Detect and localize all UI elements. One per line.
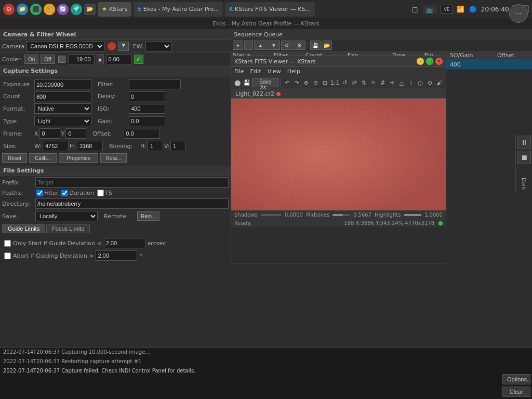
frame-x-input[interactable]	[39, 128, 60, 139]
flip-v-icon[interactable]: ⇅	[360, 77, 368, 88]
offset-input[interactable]	[124, 129, 160, 139]
rotate-btn[interactable]: Rota...	[100, 153, 127, 163]
delay-input[interactable]	[129, 91, 165, 101]
duration-check[interactable]: Duration	[61, 190, 94, 196]
taskbar-icon-refresh[interactable]: 🔄	[57, 4, 69, 15]
seq-load-btn[interactable]: 📂	[322, 41, 332, 50]
seq-save-btn[interactable]: 💾	[310, 41, 321, 50]
seq-down-btn[interactable]: ▼	[268, 41, 280, 50]
info-icon[interactable]: i	[407, 77, 415, 88]
taskbar-icon-globe[interactable]: 🌍	[71, 4, 82, 15]
fit-icon[interactable]: ⊡	[321, 77, 329, 88]
taskbar-app-ekos[interactable]: E Ekos - My Astro Gear Pro...	[134, 2, 223, 17]
three-dot-menu[interactable]: ···	[509, 4, 528, 23]
menu-edit[interactable]: Edit	[250, 68, 261, 75]
taskbar-icon-files[interactable]: 📁	[17, 4, 28, 15]
filter-check[interactable]: Filter	[36, 190, 58, 196]
cooler-offset-input[interactable]	[106, 54, 132, 64]
bin-h-input[interactable]	[148, 141, 163, 151]
prefix-input[interactable]	[35, 177, 229, 188]
seq-settings-btn[interactable]: ⚙	[294, 41, 305, 50]
only-start-value[interactable]: 2.00	[104, 238, 145, 248]
remote-btn[interactable]: Rem...	[137, 211, 159, 221]
triangle-icon[interactable]: △	[397, 77, 406, 88]
cooler-on-btn[interactable]: On	[24, 55, 38, 64]
circle-icon[interactable]: ○	[416, 77, 424, 88]
flip-h-icon[interactable]: ⇄	[350, 77, 358, 88]
fits-cursor-icon[interactable]: ⬤	[233, 77, 242, 88]
reset-btn[interactable]: Reset	[2, 153, 27, 163]
camera-options-btn[interactable]: ▼	[118, 42, 129, 51]
monitor-icon[interactable]: 📺	[423, 5, 437, 14]
target-icon[interactable]: ⊙	[426, 77, 434, 88]
abort-checkbox[interactable]	[4, 252, 11, 259]
ve-icon[interactable]: VE	[441, 5, 453, 14]
stop-btn[interactable]: ⏹	[517, 151, 531, 164]
taskbar-icon-settings[interactable]: ⚙	[3, 4, 15, 15]
iso-input[interactable]	[129, 104, 165, 114]
undo-icon[interactable]: ↶	[283, 77, 291, 88]
menu-help[interactable]: Help	[287, 68, 300, 75]
taskbar-icon-tools[interactable]: 🔧	[44, 4, 55, 15]
bin-v-input[interactable]	[170, 141, 186, 151]
fits-save-icon[interactable]: 💾	[243, 77, 251, 88]
menu-file[interactable]: File	[234, 68, 244, 75]
tab-focus-limits[interactable]: Focus Limits	[46, 224, 90, 233]
seq-reset-btn[interactable]: ↺	[281, 41, 292, 50]
ts-check[interactable]: TS	[97, 190, 112, 196]
calibrate-btn[interactable]: Calib...	[29, 153, 57, 163]
zoom-out-icon[interactable]: ⊖	[311, 77, 320, 88]
camera-connect-btn[interactable]	[108, 42, 116, 50]
fits-tab[interactable]: Light_022.cr2	[231, 89, 446, 99]
size-h-input[interactable]	[77, 141, 103, 151]
zoom-1-icon[interactable]: 1:1	[330, 77, 340, 88]
format-select[interactable]: Native	[34, 103, 91, 114]
temp-up-btn[interactable]: ▲	[97, 54, 104, 64]
filter-input[interactable]	[129, 79, 181, 89]
type-select[interactable]: Light	[34, 116, 91, 126]
seq-remove-btn[interactable]: -	[244, 41, 253, 50]
gain-input[interactable]	[129, 116, 165, 126]
size-w-input[interactable]	[43, 141, 69, 151]
cooler-off-btn[interactable]: Off	[41, 55, 55, 64]
taskbar-icon-folder[interactable]: 📂	[84, 4, 96, 15]
stats-icon[interactable]: ≡	[369, 77, 377, 88]
count-input[interactable]: 800	[34, 91, 91, 101]
maximize-btn[interactable]: □	[426, 58, 433, 65]
paint-icon[interactable]: 🖌	[435, 77, 444, 88]
display-icon[interactable]: □	[410, 5, 420, 14]
taskbar-app-fits-viewer[interactable]: K KStars FITS Viewer — KS...	[225, 2, 314, 17]
tab-guide-limits[interactable]: Guide Limits	[2, 224, 45, 233]
taskbar-icon-terminal[interactable]: ⬛	[30, 4, 42, 15]
cooler-check[interactable]: ✓	[134, 55, 143, 64]
seq-up-btn[interactable]: ▲	[254, 41, 267, 50]
taskbar-app-kstars[interactable]: ★ KStars	[98, 2, 131, 17]
rotate-left-icon[interactable]: ↺	[341, 77, 349, 88]
signal-icon[interactable]: 📶	[456, 5, 466, 14]
properties-btn[interactable]: Properties	[59, 153, 98, 163]
highlights-slider[interactable]	[404, 214, 421, 216]
directory-input[interactable]: /home/astroberry	[35, 198, 229, 209]
zoom-in-icon[interactable]: ⊕	[302, 77, 310, 88]
camera-select[interactable]: Canon DSLR EOS 500D	[26, 41, 104, 51]
only-start-checkbox[interactable]	[4, 240, 11, 247]
midtones-slider[interactable]	[332, 214, 350, 216]
exposure-input[interactable]: 10.000000	[34, 79, 91, 89]
pause-btn[interactable]: ⏸	[517, 136, 531, 149]
menu-view[interactable]: View	[268, 68, 281, 75]
seq-add-btn[interactable]: +	[233, 41, 243, 50]
temperature-display[interactable]	[69, 54, 95, 64]
frame-y-input[interactable]	[65, 128, 86, 139]
close-btn[interactable]: ✕	[435, 58, 443, 65]
grid-icon[interactable]: #	[378, 77, 387, 88]
options-btn[interactable]: Options...	[502, 374, 530, 384]
save-select[interactable]: Locally	[35, 211, 98, 221]
fw-select[interactable]: --	[145, 41, 171, 51]
abort-value[interactable]: 2.00	[96, 250, 137, 261]
fits-save-as-btn[interactable]: Save As...	[252, 78, 278, 87]
shadows-slider[interactable]	[261, 214, 282, 216]
redo-icon[interactable]: ↷	[292, 77, 301, 88]
clear-btn[interactable]: Clear	[502, 387, 530, 397]
crosshair-icon[interactable]: ✛	[388, 77, 396, 88]
minimize-btn[interactable]: -	[417, 58, 424, 65]
